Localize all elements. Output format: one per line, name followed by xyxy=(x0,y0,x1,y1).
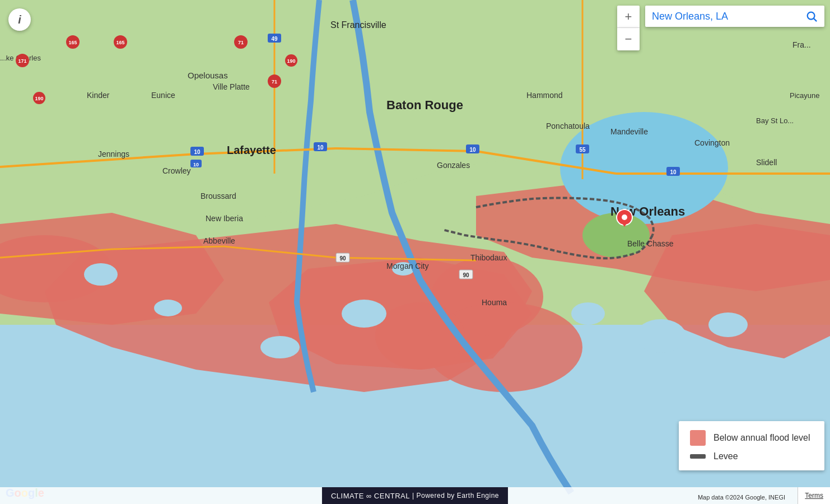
svg-text:Hammond: Hammond xyxy=(526,91,563,100)
svg-point-21 xyxy=(708,312,748,337)
svg-text:Covington: Covington xyxy=(694,138,730,147)
svg-text:Mandeville: Mandeville xyxy=(610,127,648,136)
svg-point-14 xyxy=(84,263,118,286)
svg-text:New Iberia: New Iberia xyxy=(206,214,243,223)
climate-central-attribution: CLIMATE ∞ CENTRAL | Powered by Earth Eng… xyxy=(322,487,508,504)
svg-text:Baton Rouge: Baton Rouge xyxy=(386,98,463,112)
flood-swatch xyxy=(690,430,706,446)
svg-text:Abbeville: Abbeville xyxy=(203,236,235,245)
legend-levee-item: Levee xyxy=(690,451,813,461)
svg-text:Morgan City: Morgan City xyxy=(386,262,428,270)
svg-text:Lafayette: Lafayette xyxy=(227,144,276,156)
svg-text:55: 55 xyxy=(579,147,586,153)
svg-text:71: 71 xyxy=(272,79,277,85)
levee-label: Levee xyxy=(714,451,738,461)
svg-text:Bay St Lo...: Bay St Lo... xyxy=(756,116,794,125)
svg-point-15 xyxy=(154,300,182,316)
terms-link[interactable]: Terms xyxy=(798,487,830,504)
levee-swatch xyxy=(690,454,706,459)
map-data-attribution: Map data ©2024 Google, INEGI xyxy=(698,494,785,501)
info-button[interactable]: i xyxy=(8,8,31,31)
zoom-controls: + − xyxy=(617,6,640,50)
svg-text:Thibodaux: Thibodaux xyxy=(470,253,507,262)
svg-point-19 xyxy=(571,302,605,325)
climate-central-text: CLIMATE ∞ CENTRAL xyxy=(331,492,410,500)
powered-by-text: | Powered by Earth Engine xyxy=(412,492,499,500)
svg-text:190: 190 xyxy=(35,96,43,101)
zoom-in-button[interactable]: + xyxy=(617,6,640,28)
svg-text:Eunice: Eunice xyxy=(151,91,175,100)
zoom-out-button[interactable]: − xyxy=(617,28,640,50)
search-icon xyxy=(805,10,818,22)
search-bar xyxy=(645,6,824,27)
search-input[interactable] xyxy=(652,11,805,22)
svg-text:49: 49 xyxy=(271,36,278,42)
svg-point-97 xyxy=(808,12,815,20)
legend-flood-item: Below annual flood level xyxy=(690,430,813,446)
svg-text:Belle Chasse: Belle Chasse xyxy=(627,239,674,248)
svg-text:10: 10 xyxy=(193,162,199,167)
svg-text:10: 10 xyxy=(469,147,476,153)
svg-text:Fra...: Fra... xyxy=(792,40,811,49)
flood-label: Below annual flood level xyxy=(714,433,810,443)
legend-panel: Below annual flood level Levee xyxy=(679,421,824,470)
svg-text:10: 10 xyxy=(194,149,200,155)
bottom-bar: CLIMATE ∞ CENTRAL | Powered by Earth Eng… xyxy=(0,487,830,504)
svg-text:St Francisville: St Francisville xyxy=(330,20,386,30)
svg-text:Crowley: Crowley xyxy=(162,166,191,175)
svg-text:Broussard: Broussard xyxy=(200,192,236,200)
svg-text:Slidell: Slidell xyxy=(756,158,777,167)
svg-text:Opelousas: Opelousas xyxy=(188,71,228,80)
svg-point-94 xyxy=(622,214,627,220)
svg-text:Houma: Houma xyxy=(482,298,507,307)
svg-text:10: 10 xyxy=(670,169,677,175)
svg-text:Gonzales: Gonzales xyxy=(437,161,470,170)
svg-text:Jennings: Jennings xyxy=(98,150,129,158)
svg-text:90: 90 xyxy=(463,272,469,278)
map-container: New Orleans Baton Rouge Lafayette St Fra… xyxy=(0,0,830,504)
svg-point-12 xyxy=(375,302,465,370)
svg-point-20 xyxy=(636,319,686,353)
svg-text:190: 190 xyxy=(287,58,295,64)
info-icon: i xyxy=(18,13,21,26)
svg-text:165: 165 xyxy=(116,40,124,45)
svg-text:71: 71 xyxy=(238,40,244,45)
search-button[interactable] xyxy=(805,10,818,22)
svg-line-98 xyxy=(814,18,817,21)
svg-text:10: 10 xyxy=(317,144,324,151)
svg-point-18 xyxy=(260,336,300,358)
svg-text:165: 165 xyxy=(68,40,77,45)
svg-text:Picayune: Picayune xyxy=(790,91,819,100)
svg-text:Kinder: Kinder xyxy=(87,91,110,100)
svg-text:90: 90 xyxy=(339,255,346,262)
svg-point-16 xyxy=(342,300,386,328)
svg-text:Ville Platte: Ville Platte xyxy=(213,82,250,91)
svg-text:171: 171 xyxy=(18,58,26,64)
svg-text:Ponchatoula: Ponchatoula xyxy=(546,122,590,130)
